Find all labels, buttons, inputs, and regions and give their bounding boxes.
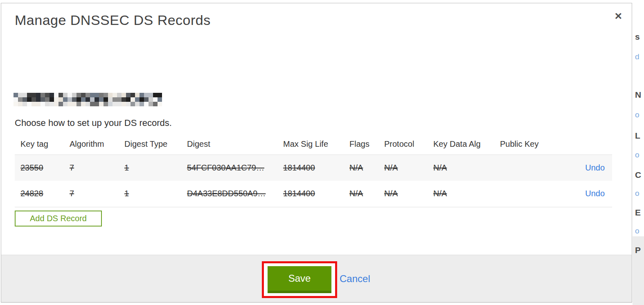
redaction-pixel — [117, 97, 122, 102]
background-text-fragment: o — [635, 150, 639, 159]
redaction-pixel — [153, 93, 158, 97]
background-text-fragment: o — [635, 110, 639, 119]
redaction-pixel — [144, 102, 149, 106]
redaction-pixel — [50, 102, 54, 106]
redaction-pixel — [23, 97, 27, 102]
redaction-pixel — [68, 97, 72, 102]
background-text-fragment: P — [635, 245, 641, 255]
redaction-pixel — [153, 97, 158, 102]
dialog-title: Manage DNSSEC DS Records — [15, 12, 211, 28]
cell-key-tag: 23550 — [15, 155, 64, 181]
undo-link[interactable]: Undo — [585, 189, 605, 198]
redaction-pixel — [99, 93, 104, 97]
redaction-pixel — [140, 93, 144, 97]
cell-key-data-alg: N/A — [428, 155, 494, 181]
col-header-digest: Digest — [181, 134, 277, 155]
add-ds-record-button[interactable]: Add DS Record — [15, 211, 102, 227]
redaction-pixel — [153, 102, 158, 106]
redaction-pixel — [27, 102, 32, 106]
col-header-public-key: Public Key — [494, 134, 572, 155]
cell-algorithm: 7 — [64, 155, 119, 181]
undo-link[interactable]: Undo — [585, 163, 605, 172]
instruction-text: Choose how to set up your DS records. — [15, 118, 172, 128]
background-text-fragment: L — [635, 131, 640, 141]
redaction-pixel — [32, 93, 36, 97]
cell-digest-type: 1 — [119, 181, 181, 207]
redaction-pixel — [32, 102, 36, 106]
redaction-pixel — [81, 93, 86, 97]
redaction-pixel — [32, 97, 36, 102]
redaction-pixel — [63, 102, 68, 106]
redaction-pixel — [41, 102, 45, 106]
redaction-pixel — [131, 93, 135, 97]
redaction-pixel — [41, 97, 45, 102]
redaction-pixel — [18, 97, 23, 102]
col-header-flags: Flags — [344, 134, 378, 155]
redaction-pixel — [54, 102, 59, 106]
save-button-highlight-annotation: Save — [262, 261, 337, 298]
redaction-pixel — [144, 93, 149, 97]
cell-digest-type: 1 — [119, 155, 181, 181]
cell-protocol: N/A — [378, 155, 428, 181]
redaction-pixel — [95, 93, 99, 97]
redaction-pixel — [149, 102, 153, 106]
redaction-pixel — [14, 93, 18, 97]
redaction-pixel — [140, 97, 144, 102]
redaction-pixel — [36, 93, 41, 97]
redaction-pixel — [126, 102, 131, 106]
cell-key-data-alg: N/A — [428, 181, 494, 207]
redaction-pixel — [131, 97, 135, 102]
cell-algorithm: 7 — [64, 181, 119, 207]
redaction-pixel — [45, 97, 50, 102]
redaction-pixel — [45, 102, 50, 106]
redaction-pixel — [99, 97, 104, 102]
redaction-pixel — [50, 97, 54, 102]
redaction-pixel — [36, 102, 41, 106]
redacted-domain-name — [14, 92, 162, 108]
redaction-pixel — [158, 97, 162, 102]
background-text-fragment: o — [635, 189, 639, 198]
redaction-pixel — [77, 93, 81, 97]
cell-max-sig-life: 1814400 — [277, 181, 344, 207]
redaction-pixel — [77, 102, 81, 106]
background-text-fragment: C — [635, 170, 641, 180]
redaction-pixel — [72, 97, 77, 102]
save-button[interactable]: Save — [268, 266, 331, 293]
redaction-pixel — [27, 97, 32, 102]
redaction-pixel — [81, 102, 86, 106]
close-icon[interactable]: × — [615, 10, 622, 22]
redaction-pixel — [90, 102, 95, 106]
redaction-pixel — [122, 102, 126, 106]
cell-max-sig-life: 1814400 — [277, 155, 344, 181]
redaction-pixel — [23, 93, 27, 97]
redaction-pixel — [50, 93, 54, 97]
cell-flags: N/A — [344, 181, 378, 207]
redaction-pixel — [95, 97, 99, 102]
col-header-max-sig-life: Max Sig Life — [277, 134, 344, 155]
redaction-pixel — [86, 97, 90, 102]
redaction-pixel — [86, 93, 90, 97]
redaction-pixel — [63, 97, 68, 102]
redaction-pixel — [158, 102, 162, 106]
redaction-pixel — [14, 102, 18, 106]
redaction-pixel — [41, 93, 45, 97]
redaction-pixel — [90, 93, 95, 97]
redaction-pixel — [113, 102, 117, 106]
table-row: 24828 7 1 D4A33E8DD550A9… 1814400 N/A N/… — [15, 181, 612, 207]
redaction-pixel — [95, 102, 99, 106]
redaction-pixel — [90, 97, 95, 102]
redaction-pixel — [126, 93, 131, 97]
table-header-row: Key tag Algorithm Digest Type Digest Max… — [15, 134, 612, 155]
redaction-pixel — [135, 93, 140, 97]
cell-key-tag: 24828 — [15, 181, 64, 207]
redaction-pixel — [72, 102, 77, 106]
redaction-pixel — [122, 93, 126, 97]
cell-digest: 54FCF030AA1C79… — [181, 155, 277, 181]
manage-dnssec-ds-records-dialog: Manage DNSSEC DS Records × Choose how to… — [1, 3, 632, 303]
redaction-pixel — [23, 102, 27, 106]
cancel-link[interactable]: Cancel — [340, 273, 370, 285]
redaction-pixel — [117, 93, 122, 97]
redaction-pixel — [113, 93, 117, 97]
background-text-fragment: N — [635, 90, 641, 100]
col-header-protocol: Protocol — [378, 134, 428, 155]
